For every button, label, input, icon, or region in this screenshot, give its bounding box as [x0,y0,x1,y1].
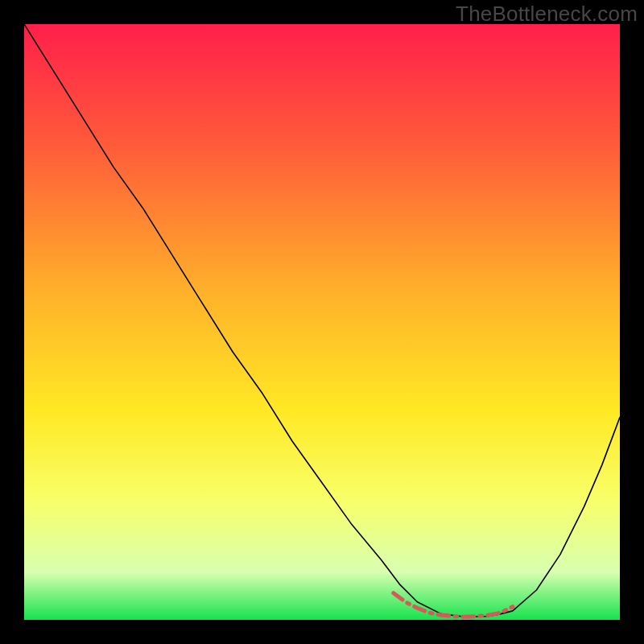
watermark-text: TheBottleneck.com [456,2,638,27]
plot-area [24,24,620,620]
chart-svg [24,24,620,620]
chart-frame: TheBottleneck.com [0,0,644,644]
gradient-background [24,24,620,620]
